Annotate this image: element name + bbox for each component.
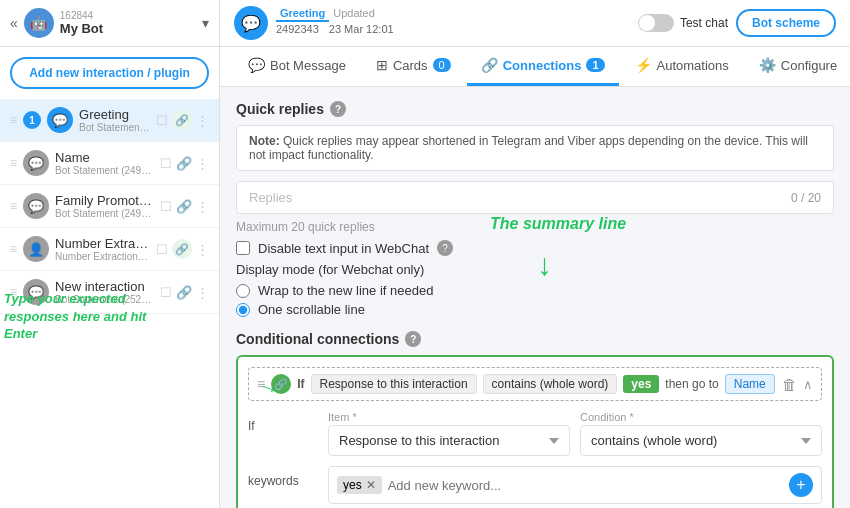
connections-tab-icon: 🔗 xyxy=(481,57,498,73)
item-sub-number: Number Extraction (2494390) xyxy=(55,251,150,262)
link-icon[interactable]: 🔗 xyxy=(176,199,192,214)
remove-keyword-icon[interactable]: ✕ xyxy=(366,478,376,492)
sidebar-item-number-extraction[interactable]: ≡ 👤 Number Extraction Number Extraction … xyxy=(0,228,219,271)
topbar-sub: 2492343 23 Mar 12:01 xyxy=(276,23,394,35)
item-field: Item * Response to this interaction xyxy=(328,411,570,456)
tab-bot-message[interactable]: 💬 Bot Message xyxy=(234,47,360,86)
disable-text-input-label: Disable text input in WebChat xyxy=(258,241,429,256)
test-chat-label: Test chat xyxy=(680,16,728,30)
item-icon-number: 👤 xyxy=(23,236,49,262)
bot-name: My Bot xyxy=(60,21,196,36)
tab-configure[interactable]: ⚙️ Configure xyxy=(745,47,850,86)
item-info-family: Family Promotions Bot Statement (2494389… xyxy=(55,193,154,219)
more-icon[interactable]: ⋮ xyxy=(196,156,209,171)
conditional-connections-section: Conditional connections ? ≡ 🔗 If Respons… xyxy=(236,331,834,508)
condition-select[interactable]: contains (whole word) xyxy=(580,425,822,456)
sidebar-item-name[interactable]: ≡ 💬 Name Bot Statement (2492345) ☐ 🔗 ⋮ xyxy=(0,142,219,185)
bot-scheme-button[interactable]: Bot scheme xyxy=(736,9,836,37)
link-icon[interactable]: 🔗 xyxy=(176,156,192,171)
checkbox-icon[interactable]: ☐ xyxy=(156,242,168,257)
topbar-right: Test chat Bot scheme xyxy=(638,9,836,37)
checkbox-icon[interactable]: ☐ xyxy=(160,199,172,214)
collapse-connection-icon[interactable]: ∧ xyxy=(803,377,813,392)
max-replies-note: Maximum 20 quick replies xyxy=(236,220,834,234)
conditional-connections-label: Conditional connections xyxy=(236,331,399,347)
content-area: Quick replies ? Note: Quick replies may … xyxy=(220,87,850,508)
tab-bot-message-label: Bot Message xyxy=(270,58,346,73)
replies-input-field[interactable]: Replies 0 / 20 xyxy=(236,181,834,214)
radio-wrap[interactable] xyxy=(236,284,250,298)
conditional-connections-help-icon[interactable]: ? xyxy=(405,331,421,347)
more-icon[interactable]: ⋮ xyxy=(196,199,209,214)
tab-connections[interactable]: 🔗 Connections 1 xyxy=(467,47,619,86)
note-box: Note: Quick replies may appear shortened… xyxy=(236,125,834,171)
collapse-sidebar-icon[interactable]: « xyxy=(10,15,18,31)
checkbox-icon[interactable]: ☐ xyxy=(160,156,172,171)
link-icon[interactable]: 🔗 xyxy=(172,110,192,130)
item-name-family: Family Promotions xyxy=(55,193,154,208)
add-interaction-button[interactable]: Add new interaction / plugin xyxy=(10,57,209,89)
sidebar: « 🤖 162844 My Bot ▾ Add new interaction … xyxy=(0,0,220,508)
item-number-badge: 1 xyxy=(23,111,41,129)
item-actions-name: ☐ 🔗 ⋮ xyxy=(160,156,209,171)
radio-scroll[interactable] xyxy=(236,303,250,317)
sidebar-item-family-promotions[interactable]: ≡ 💬 Family Promotions Bot Statement (249… xyxy=(0,185,219,228)
tab-cards[interactable]: ⊞ Cards 0 xyxy=(362,47,465,86)
sidebar-header: « 🤖 162844 My Bot ▾ xyxy=(0,0,219,47)
main-area: 💬 Greeting Updated 2492343 23 Mar 12:01 xyxy=(220,0,850,508)
keywords-form-row: keywords yes ✕ + xyxy=(248,466,822,504)
interaction-list: ≡ 1 💬 Greeting Bot Statement (2492343) ☐… xyxy=(0,99,219,508)
add-keyword-button[interactable]: + xyxy=(789,473,813,497)
drag-handle-icon: ≡ xyxy=(10,285,17,299)
drag-handle-icon: ≡ xyxy=(10,113,17,127)
nav-tabs: 💬 Bot Message ⊞ Cards 0 🔗 Connections 1 … xyxy=(220,47,850,87)
goto-label: then go to xyxy=(665,377,718,391)
link-icon[interactable]: 🔗 xyxy=(176,285,192,300)
quick-replies-label: Quick replies xyxy=(236,101,324,117)
cards-tab-icon: ⊞ xyxy=(376,57,388,73)
disable-text-input-checkbox[interactable] xyxy=(236,241,250,255)
note-text: Quick replies may appear shortened in Te… xyxy=(249,134,808,162)
radio-wrap-label: Wrap to the new line if needed xyxy=(258,283,433,298)
checkbox-icon[interactable]: ☐ xyxy=(160,285,172,300)
link-icon[interactable]: 🔗 xyxy=(172,239,192,259)
delete-connection-icon[interactable]: 🗑 xyxy=(782,376,797,393)
quick-replies-help-icon[interactable]: ? xyxy=(330,101,346,117)
item-name-new: New interaction xyxy=(55,279,154,294)
replies-placeholder: Replies xyxy=(249,190,292,205)
item-select[interactable]: Response to this interaction xyxy=(328,425,570,456)
sidebar-item-new-interaction[interactable]: ≡ 💬 New interaction Bot Statement (25244… xyxy=(0,271,219,314)
item-sub-new: Bot Statement (2524480) xyxy=(55,294,154,305)
bot-dropdown-button[interactable]: ▾ xyxy=(202,15,209,31)
tab-automations[interactable]: ⚡ Automations xyxy=(621,47,743,86)
replies-count: 0 / 20 xyxy=(791,191,821,205)
bot-id: 162844 xyxy=(60,10,196,21)
drag-handle-icon: ≡ xyxy=(10,199,17,213)
connection-keyword-badge: yes xyxy=(623,375,659,393)
item-actions-number: ☐ 🔗 ⋮ xyxy=(156,239,209,259)
connection-destination-tag: Name xyxy=(725,374,775,394)
condition-field: Condition * contains (whole word) xyxy=(580,411,822,456)
item-actions-family: ☐ 🔗 ⋮ xyxy=(160,199,209,214)
quick-replies-title: Quick replies ? xyxy=(236,101,834,117)
keywords-input-field[interactable]: yes ✕ + xyxy=(328,466,822,504)
tab-configure-label: Configure xyxy=(781,58,837,73)
keyword-value: yes xyxy=(343,478,362,492)
if-form-row: If Item * Response to this interaction C… xyxy=(248,411,822,456)
item-info-name: Name Bot Statement (2492345) xyxy=(55,150,154,176)
test-chat-toggle-track[interactable] xyxy=(638,14,674,32)
disable-input-help-icon[interactable]: ? xyxy=(437,240,453,256)
keyword-text-input[interactable] xyxy=(388,478,783,493)
keyword-yes-tag: yes ✕ xyxy=(337,476,382,494)
more-icon[interactable]: ⋮ xyxy=(196,285,209,300)
more-icon[interactable]: ⋮ xyxy=(196,113,209,128)
bot-selector: 162844 My Bot xyxy=(60,10,196,36)
item-info-greeting: Greeting Bot Statement (2492343) xyxy=(79,107,150,133)
topbar-tab-greeting[interactable]: Greeting xyxy=(276,6,329,22)
item-icon-greeting: 💬 xyxy=(47,107,73,133)
checkbox-icon[interactable]: ☐ xyxy=(156,113,168,128)
sidebar-item-greeting[interactable]: ≡ 1 💬 Greeting Bot Statement (2492343) ☐… xyxy=(0,99,219,142)
more-icon[interactable]: ⋮ xyxy=(196,242,209,257)
automations-tab-icon: ⚡ xyxy=(635,57,652,73)
conditional-connections-title: Conditional connections ? xyxy=(236,331,834,347)
